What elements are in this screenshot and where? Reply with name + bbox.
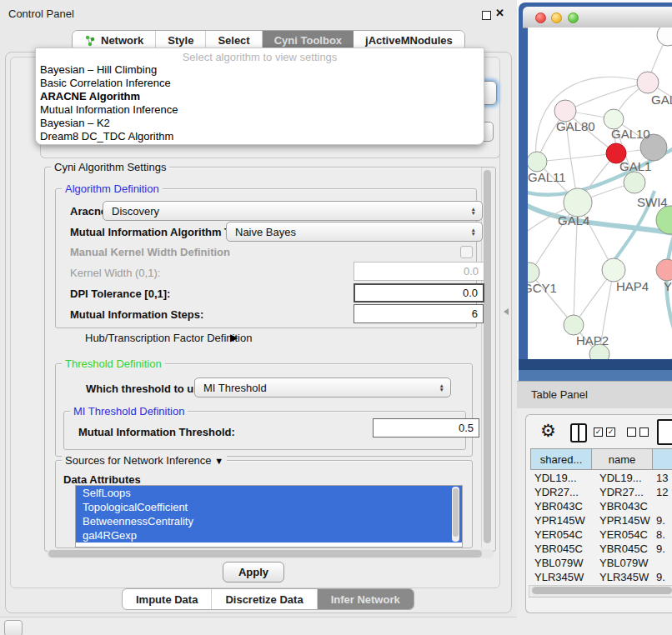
data-attributes-label: Data Attributes (63, 473, 141, 486)
hub-definition-label[interactable]: Hub/Transcription Factor Definition (85, 332, 252, 344)
node-y-partial[interactable] (656, 259, 672, 281)
cell[interactable] (656, 499, 672, 513)
network-window-outer-border (519, 370, 672, 381)
scrollbar-thumb[interactable] (532, 587, 672, 594)
checked-checkbox-icon[interactable]: ✓ (606, 428, 615, 437)
dropdown-item[interactable]: Bayesian – Hill Climbing (36, 63, 484, 77)
table-row[interactable]: YBL079WYBL079W (530, 556, 672, 570)
split-columns-icon[interactable] (570, 423, 587, 442)
group-title: Cyni Algorithm Settings (51, 161, 169, 173)
cell[interactable]: YBR045C (530, 542, 595, 556)
cell[interactable]: YER054C (595, 528, 656, 542)
node-partial-top[interactable] (657, 28, 672, 46)
cell[interactable]: YDL19... (595, 471, 656, 485)
list-item[interactable]: gal4RGexp (76, 528, 462, 542)
attributes-list-scrollbar[interactable] (452, 487, 459, 542)
mi-steps-field[interactable]: 6 (354, 304, 484, 323)
cell[interactable]: 9. (656, 513, 672, 528)
table-row[interactable]: YDL19...YDL19...13 (530, 471, 672, 485)
tab-impute-data[interactable]: Impute Data (123, 589, 212, 609)
gear-icon[interactable]: ⚙ (540, 421, 556, 441)
collapse-down-arrow-icon[interactable]: ▼ (214, 456, 223, 466)
cell[interactable]: YBL079W (595, 556, 656, 570)
scrollbar-thumb[interactable] (48, 550, 482, 558)
dropdown-item-aracne[interactable]: ARACNE Algorithm (36, 90, 484, 103)
settings-horizontal-scrollbar[interactable] (47, 549, 494, 558)
checked-checkbox-icon[interactable]: ✓ (594, 428, 603, 437)
splitpane-collapse-arrow-icon[interactable] (504, 308, 509, 315)
settings-vertical-scrollbar[interactable] (481, 168, 494, 548)
cell[interactable]: 12 (656, 485, 672, 499)
kernel-width-field[interactable]: 0.0 (354, 262, 484, 281)
tab-infer-network[interactable]: Infer Network (318, 589, 414, 609)
table-row[interactable]: YBR043CYBR043C (530, 499, 672, 513)
manual-kernel-checkbox[interactable] (460, 246, 473, 258)
cell[interactable]: YBL079W (530, 556, 595, 570)
close-traffic-light-icon[interactable] (535, 12, 546, 23)
node-gal4[interactable] (564, 188, 592, 217)
cell[interactable]: YPR145W (595, 513, 656, 528)
cell[interactable]: YDR27... (530, 485, 595, 499)
combo-value: MI Threshold (203, 382, 267, 394)
scrollbar-thumb[interactable] (453, 488, 459, 537)
table-row[interactable]: YPR145WYPR145W9. (530, 513, 672, 528)
mi-algorithm-type-combo[interactable]: Naive Bayes ▲▼ (226, 222, 483, 242)
network-window-titlebar[interactable] (523, 7, 672, 28)
cell[interactable]: YDL19... (530, 471, 595, 485)
dropdown-item[interactable]: Bayesian – K2 (36, 117, 484, 130)
dropdown-item[interactable]: Basic Correlation Inference (36, 77, 484, 90)
cell[interactable] (656, 556, 672, 570)
dropdown-item[interactable]: Mutual Information Inference (36, 103, 484, 117)
which-threshold-combo[interactable]: MI Threshold ▲▼ (194, 378, 451, 398)
network-canvas[interactable]: GAL GAL80 GAL10 GAL1 GAL11 SWI4 GAL4 GCY… (528, 28, 672, 362)
list-item[interactable]: SelfLoops (76, 486, 462, 500)
mi-threshold-field[interactable]: 0.5 (373, 418, 479, 438)
tab-discretize-data[interactable]: Discretize Data (212, 589, 317, 609)
tab-label: Impute Data (136, 593, 198, 606)
list-item[interactable]: TopologicalCoefficient (76, 500, 462, 514)
aracne-mode-combo[interactable]: Discovery ▲▼ (103, 201, 483, 221)
node-label: GAL1 (619, 159, 651, 173)
cell[interactable]: YLR345W (595, 570, 656, 584)
table-row[interactable]: YBR045CYBR045C9. (530, 542, 672, 556)
bottom-left-partial-button[interactable] (4, 620, 23, 635)
cell[interactable]: YLR345W (530, 570, 595, 584)
table-row[interactable]: YDR27...YDR27...12 (530, 485, 672, 499)
cell[interactable]: YBR045C (595, 542, 656, 556)
node-hap4[interactable] (602, 258, 625, 282)
cell[interactable]: YPR145W (530, 513, 595, 528)
dropdown-item[interactable]: Dream8 DC_TDC Algorithm (36, 130, 484, 143)
cell[interactable]: YBR043C (530, 499, 595, 513)
minimize-traffic-light-icon[interactable] (551, 12, 562, 23)
scrollbar-thumb[interactable] (484, 170, 491, 543)
cell[interactable]: 9. (656, 542, 672, 556)
node-gcy1[interactable] (528, 262, 539, 282)
cell[interactable]: 9. (656, 570, 672, 584)
tab-label: Cyni Toolbox (274, 34, 342, 47)
cell[interactable]: YER054C (530, 528, 595, 542)
cell[interactable]: YBR043C (595, 499, 656, 513)
cell[interactable]: 13 (656, 471, 672, 485)
table-row[interactable]: YLR345WYLR345W9. (530, 570, 672, 584)
list-item[interactable]: BetweennessCentrality (76, 514, 462, 528)
expand-right-arrow-icon[interactable]: ▶ (230, 332, 238, 343)
node-hap2[interactable] (564, 315, 584, 335)
node-swi4[interactable] (624, 172, 645, 193)
float-window-icon[interactable] (482, 11, 491, 20)
apply-button[interactable]: Apply (223, 562, 284, 582)
column-header-shared-name[interactable]: shared... (530, 448, 591, 470)
partial-document-icon[interactable] (657, 419, 672, 445)
column-header-partial[interactable] (652, 448, 672, 470)
cell[interactable]: 8. (656, 528, 672, 542)
table-row[interactable]: YER054CYER054C8. (530, 528, 672, 542)
column-header-name[interactable]: name (591, 448, 652, 470)
node-gal-partial[interactable] (637, 72, 659, 93)
unchecked-checkbox-icon[interactable] (639, 428, 649, 437)
cell[interactable]: YDR27... (595, 485, 656, 499)
table-horizontal-scrollbar[interactable] (529, 585, 672, 598)
close-icon[interactable]: ✕ (495, 7, 504, 19)
node-gal11[interactable] (528, 152, 547, 172)
unchecked-checkbox-icon[interactable] (627, 428, 636, 437)
dpi-tolerance-field[interactable]: 0.0 (354, 283, 484, 302)
zoom-traffic-light-icon[interactable] (568, 12, 579, 23)
